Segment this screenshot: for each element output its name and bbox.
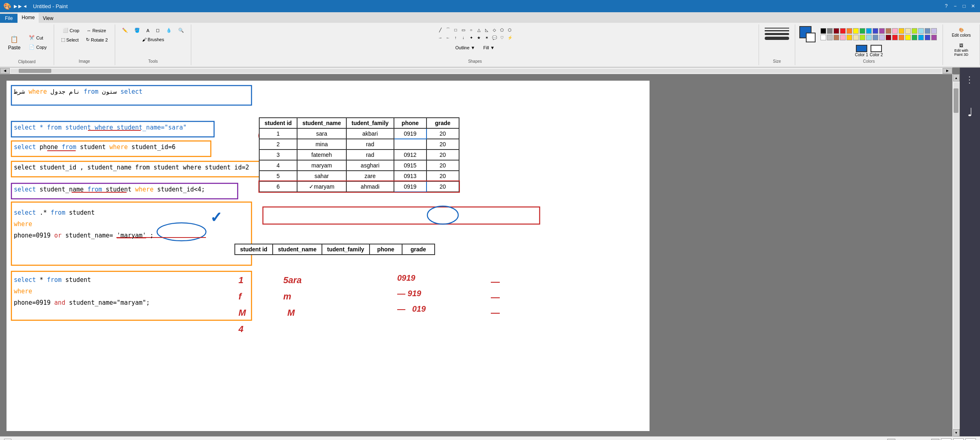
eraser-button[interactable]: ◻ — [153, 26, 162, 35]
shape-right-triangle[interactable]: ◺ — [483, 26, 490, 33]
swatch-tan[interactable] — [833, 35, 839, 40]
swatch-green[interactable] — [860, 28, 865, 34]
maximize-button[interactable]: □ — [960, 2, 968, 10]
shape-diamond[interactable]: ◇ — [491, 26, 498, 33]
resize-button[interactable]: ↔ Resize — [84, 26, 109, 35]
swatch-brown[interactable] — [886, 28, 891, 34]
swatch-indigo[interactable] — [873, 28, 878, 34]
fit-page-btn[interactable]: ⊡ — [941, 438, 952, 440]
swatch-red[interactable] — [840, 28, 846, 34]
swatch-darkred[interactable] — [833, 28, 839, 34]
h-scrollbar[interactable]: ◀ ▶ — [0, 68, 952, 74]
swatch-pink[interactable] — [892, 28, 898, 34]
zoom-out-btn[interactable]: − — [887, 439, 895, 440]
title-bar-controls[interactable]: ? − □ ✕ — [943, 2, 977, 10]
shape-hexagon[interactable]: ⬡ — [506, 26, 514, 33]
size-1[interactable] — [765, 28, 789, 29]
swatch-lime[interactable] — [912, 28, 917, 34]
music-icon[interactable]: ♩ — [967, 106, 973, 119]
swatch-darkorange[interactable] — [899, 35, 904, 40]
shape-arrow-down[interactable]: ↓ — [460, 34, 467, 41]
edit-paint3d-button[interactable]: 🖼 Edit with Paint 3D — [947, 42, 976, 58]
swatch-gray[interactable] — [827, 28, 833, 34]
swatch-lightgray[interactable] — [827, 35, 833, 40]
copy-button[interactable]: 📄 Copy — [26, 43, 50, 51]
scroll-down-btn[interactable]: ▼ — [953, 429, 960, 436]
dots-icon[interactable]: ··· — [965, 76, 975, 85]
actual-size-btn[interactable]: ⊞ — [953, 438, 964, 440]
color2-box[interactable] — [806, 33, 816, 42]
shape-heart[interactable]: ♡ — [499, 34, 506, 41]
swatch-yellowgreen[interactable] — [860, 35, 865, 40]
size-4[interactable] — [765, 37, 789, 40]
scroll-up-btn[interactable]: ▲ — [953, 74, 960, 81]
shape-lightning[interactable]: ⚡ — [506, 34, 514, 41]
paint-canvas[interactable]: ✓ — [7, 81, 650, 431]
swatch-amber[interactable] — [847, 35, 852, 40]
shape-star6[interactable]: ✶ — [483, 34, 490, 41]
help-button[interactable]: ? — [943, 2, 950, 10]
tab-home[interactable]: Home — [18, 13, 39, 23]
h-scroll-track[interactable] — [11, 69, 942, 73]
swatch-maroon[interactable] — [886, 35, 891, 40]
swatch-periwinkle[interactable] — [879, 35, 885, 40]
swatch-royalblue[interactable] — [925, 35, 930, 40]
color-picker-button[interactable]: 💧 — [163, 26, 175, 35]
shape-callout[interactable]: 💬 — [491, 34, 498, 41]
swatch-lightblue[interactable] — [918, 28, 924, 34]
swatch-lavender[interactable] — [931, 28, 937, 34]
pencil-button[interactable]: ✏️ — [119, 26, 131, 35]
scroll-left-btn[interactable]: ◀ — [0, 68, 10, 74]
swatch-cream[interactable] — [905, 28, 911, 34]
shape-line[interactable]: ╱ — [437, 26, 444, 33]
swatch-black[interactable] — [820, 28, 826, 34]
scroll-right-btn[interactable]: ▶ — [943, 68, 952, 74]
swatch-cornflower[interactable] — [873, 35, 878, 40]
swatch-violet[interactable] — [931, 35, 937, 40]
minimize-button[interactable]: − — [952, 2, 959, 10]
swatch-salmon[interactable] — [840, 35, 846, 40]
shape-rect[interactable]: □ — [452, 26, 459, 33]
color2-preview[interactable] — [871, 45, 882, 52]
swatch-white[interactable] — [820, 35, 826, 40]
swatch-blue[interactable] — [866, 28, 872, 34]
outline-button[interactable]: Outline ▼ — [453, 44, 478, 52]
shape-arrow-right[interactable]: → — [437, 34, 444, 41]
v-scroll-thumb[interactable] — [954, 88, 958, 113]
h-scroll-thumb[interactable] — [19, 69, 51, 73]
swatch-brightyellow[interactable] — [905, 35, 911, 40]
swatch-emerald[interactable] — [912, 35, 917, 40]
swatch-orange[interactable] — [847, 28, 852, 34]
close-button[interactable]: ✕ — [969, 2, 977, 10]
v-scrollbar[interactable]: ▲ ▼ — [952, 74, 960, 436]
select-button[interactable]: ⬚ Select — [58, 35, 82, 44]
crop-button[interactable]: ⬜ Crop — [60, 26, 82, 35]
swatch-cerulean[interactable] — [918, 35, 924, 40]
cut-button[interactable]: ✂️ Cut — [26, 33, 50, 42]
magnify-button[interactable]: 🔍 — [175, 26, 187, 35]
tab-file[interactable]: File — [0, 14, 18, 23]
swatch-gold[interactable] — [899, 28, 904, 34]
canvas-wrapper[interactable]: ◀ ▶ — [0, 68, 960, 436]
shape-triangle[interactable]: △ — [475, 26, 483, 33]
shape-ellipse[interactable]: ○ — [468, 26, 475, 33]
shape-arrow-left[interactable]: ← — [444, 34, 452, 41]
swatch-skyblue[interactable] — [866, 35, 872, 40]
edit-colors-button[interactable]: 🎨 Edit colors — [947, 26, 976, 39]
zoom-fit-btn[interactable]: ⊡ — [965, 438, 976, 440]
shape-curve[interactable]: ⌒ — [444, 26, 452, 33]
shape-pentagon[interactable]: ⬠ — [499, 26, 506, 33]
tab-view[interactable]: View — [39, 14, 57, 23]
fill-tool-button[interactable]: 🪣 — [131, 26, 143, 35]
color1-preview[interactable] — [856, 45, 867, 52]
swatch-crimson[interactable] — [892, 35, 898, 40]
fill-button[interactable]: Fill ▼ — [481, 44, 498, 52]
zoom-in-btn[interactable]: + — [931, 439, 939, 440]
rotate-button[interactable]: ↻ Rotate 2 — [83, 35, 111, 44]
shape-round-rect[interactable]: ▭ — [460, 26, 467, 33]
shape-star5[interactable]: ★ — [475, 34, 483, 41]
swatch-yellow[interactable] — [853, 28, 859, 34]
shape-star4[interactable]: ✦ — [468, 34, 475, 41]
brushes-button[interactable]: 🖌 Brushes — [139, 35, 167, 44]
shape-arrow-up[interactable]: ↑ — [452, 34, 459, 41]
